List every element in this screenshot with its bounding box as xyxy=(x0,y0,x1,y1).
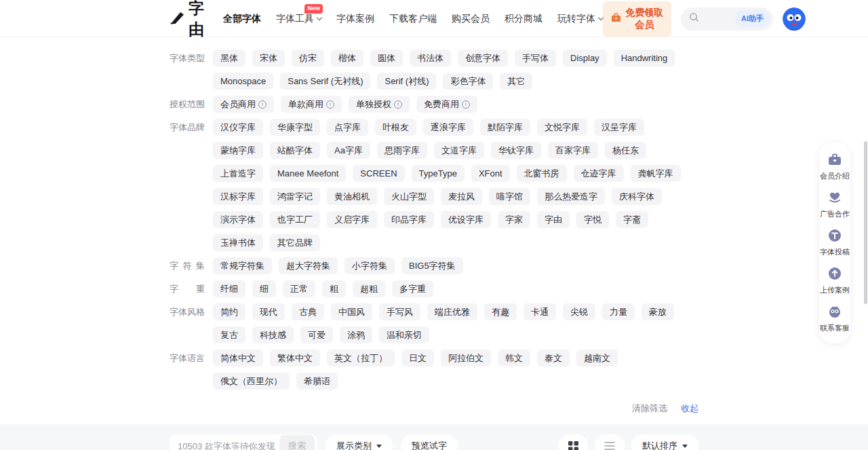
font-search-input[interactable] xyxy=(170,441,279,450)
filter-tag-点字库[interactable]: 点字库 xyxy=(327,119,368,136)
filter-tag-端庄优雅[interactable]: 端庄优雅 xyxy=(427,303,477,320)
filter-tag-义启字库[interactable]: 义启字库 xyxy=(327,211,377,228)
filter-tag-涂鸦[interactable]: 涂鸦 xyxy=(340,326,372,343)
filter-tag-越南文[interactable]: 越南文 xyxy=(576,350,618,367)
filter-tag-会员商用[interactable]: 会员商用i xyxy=(213,96,274,113)
filter-tag-汉呈字库[interactable]: 汉呈字库 xyxy=(594,119,644,136)
sort-dropdown[interactable]: 默认排序 xyxy=(631,434,698,450)
filter-tag-百家字库[interactable]: 百家字库 xyxy=(548,142,598,159)
filter-tag-也字工厂[interactable]: 也字工厂 xyxy=(270,211,320,228)
side-menu-字体投稿[interactable]: 字体投稿 xyxy=(820,227,850,257)
filter-tag-俄文（西里尔）[interactable]: 俄文（西里尔） xyxy=(213,373,290,390)
filter-tag-TypeType[interactable]: TypeType xyxy=(412,165,465,182)
filter-tag-那么热爱造字[interactable]: 那么热爱造字 xyxy=(537,188,605,205)
filter-tag-单款商用[interactable]: 单款商用i xyxy=(281,96,342,113)
filter-tag-BIG5字符集[interactable]: BIG5字符集 xyxy=(401,257,463,274)
filter-tag-Monospace[interactable]: Monospace xyxy=(213,73,273,90)
search-button[interactable]: 搜索 xyxy=(279,435,315,450)
filter-tag-简体中文[interactable]: 简体中文 xyxy=(213,350,263,367)
filter-tag-简约[interactable]: 简约 xyxy=(213,303,245,320)
filter-tag-现代[interactable]: 现代 xyxy=(252,303,285,320)
filter-tag-逐浪字库[interactable]: 逐浪字库 xyxy=(423,119,473,136)
filter-tag-中国风[interactable]: 中国风 xyxy=(331,303,372,320)
filter-tag-华钛字库[interactable]: 华钛字库 xyxy=(491,142,541,159)
nav-item-字体工具[interactable]: 字体工具New xyxy=(276,13,321,25)
filter-tag-庆科字体[interactable]: 庆科字体 xyxy=(612,188,662,205)
filter-tag-楷体[interactable]: 楷体 xyxy=(331,50,363,67)
filter-tag-小字符集[interactable]: 小字符集 xyxy=(344,257,395,274)
filter-tag-字由[interactable]: 字由 xyxy=(537,211,570,228)
filter-tag-超大字符集[interactable]: 超大字符集 xyxy=(279,257,338,274)
side-menu-会员介绍[interactable]: 会员介绍 xyxy=(820,151,850,181)
clear-filters-link[interactable]: 清除筛选 xyxy=(632,402,667,415)
nav-item-玩转字体[interactable]: 玩转字体 xyxy=(557,13,603,25)
filter-tag-有趣[interactable]: 有趣 xyxy=(484,303,517,320)
filter-tag-多字重[interactable]: 多字重 xyxy=(392,280,433,297)
filter-tag-其它品牌[interactable]: 其它品牌 xyxy=(270,234,320,251)
filter-tag-思雨字库[interactable]: 思雨字库 xyxy=(377,142,427,159)
filter-tag-仓迹字库[interactable]: 仓迹字库 xyxy=(574,165,624,182)
filter-tag-超粗[interactable]: 超粗 xyxy=(353,280,385,297)
filter-tag-创意字体[interactable]: 创意字体 xyxy=(458,50,508,67)
filter-tag-宋体[interactable]: 宋体 xyxy=(252,50,285,67)
filter-tag-正常[interactable]: 正常 xyxy=(283,280,315,297)
filter-tag-粗[interactable]: 粗 xyxy=(322,280,346,297)
filter-tag-韩文[interactable]: 韩文 xyxy=(498,350,530,367)
filter-tag-北窗书房[interactable]: 北窗书房 xyxy=(517,165,567,182)
filter-tag-黄油相机[interactable]: 黄油相机 xyxy=(327,188,377,205)
claim-vip-button[interactable]: 免费领取会员 xyxy=(603,1,671,37)
filter-tag-力量[interactable]: 力量 xyxy=(602,303,635,320)
filter-tag-SCREEN[interactable]: SCREEN xyxy=(353,165,404,182)
filter-tag-纤细[interactable]: 纤细 xyxy=(213,280,245,297)
filter-tag-玉禅书体[interactable]: 玉禅书体 xyxy=(213,234,263,251)
filter-tag-字家[interactable]: 字家 xyxy=(498,211,530,228)
nav-item-积分商城[interactable]: 积分商城 xyxy=(505,13,542,25)
filter-tag-默陌字库[interactable]: 默陌字库 xyxy=(480,119,530,136)
filter-tag-希腊语[interactable]: 希腊语 xyxy=(296,373,338,390)
filter-tag-仿宋[interactable]: 仿宋 xyxy=(292,50,324,67)
filter-tag-Manee Meefont[interactable]: Manee Meefont xyxy=(270,165,346,182)
list-view-button[interactable] xyxy=(595,434,625,450)
filter-tag-文悦字库[interactable]: 文悦字库 xyxy=(537,119,587,136)
filter-tag-细[interactable]: 细 xyxy=(252,280,276,297)
filter-tag-站酷字体[interactable]: 站酷字体 xyxy=(270,142,320,159)
header-search[interactable]: AI助手 xyxy=(681,7,773,31)
filter-tag-演示字体[interactable]: 演示字体 xyxy=(213,211,263,228)
filter-tag-喵字馆[interactable]: 喵字馆 xyxy=(489,188,530,205)
filter-tag-温和亲切[interactable]: 温和亲切 xyxy=(379,326,429,343)
filter-tag-阿拉伯文[interactable]: 阿拉伯文 xyxy=(441,350,491,367)
filter-tag-豪放[interactable]: 豪放 xyxy=(642,303,674,320)
filter-tag-Sans Serif (无衬线)[interactable]: Sans Serif (无衬线) xyxy=(280,73,370,90)
filter-tag-繁体中文[interactable]: 繁体中文 xyxy=(270,350,320,367)
filter-tag-单独授权[interactable]: 单独授权i xyxy=(349,96,410,113)
side-menu-广告合作[interactable]: 广告合作 xyxy=(820,189,850,219)
filter-tag-书法体[interactable]: 书法体 xyxy=(410,50,451,67)
filter-tag-杨任东[interactable]: 杨任东 xyxy=(605,142,646,159)
filter-tag-复古[interactable]: 复古 xyxy=(213,326,245,343)
filter-tag-其它[interactable]: 其它 xyxy=(500,73,532,90)
filter-tag-手写风[interactable]: 手写风 xyxy=(379,303,420,320)
filter-tag-古典[interactable]: 古典 xyxy=(292,303,324,320)
filter-tag-火山字型[interactable]: 火山字型 xyxy=(384,188,434,205)
filter-tag-彩色字体[interactable]: 彩色字体 xyxy=(443,73,493,90)
collapse-filters-link[interactable]: 收起 xyxy=(681,402,698,415)
filter-tag-汉标字库[interactable]: 汉标字库 xyxy=(213,188,263,205)
filter-tag-泰文[interactable]: 泰文 xyxy=(537,350,570,367)
display-category-dropdown[interactable]: 展示类别 xyxy=(326,434,393,450)
filter-tag-免费商用[interactable]: 免费商用i xyxy=(416,96,477,113)
filter-tag-Handwriting[interactable]: Handwriting xyxy=(614,50,675,67)
filter-tag-可爱[interactable]: 可爱 xyxy=(300,326,333,343)
nav-item-下载客户端[interactable]: 下载客户端 xyxy=(389,13,437,25)
filter-tag-叶根友[interactable]: 叶根友 xyxy=(375,119,416,136)
filter-tag-常规字符集[interactable]: 常规字符集 xyxy=(213,257,272,274)
filter-tag-手写体[interactable]: 手写体 xyxy=(515,50,556,67)
filter-tag-卡通[interactable]: 卡通 xyxy=(524,303,556,320)
filter-tag-优设字库[interactable]: 优设字库 xyxy=(441,211,491,228)
filter-tag-龚帆字库[interactable]: 龚帆字库 xyxy=(631,165,681,182)
filter-tag-蒙纳字库[interactable]: 蒙纳字库 xyxy=(213,142,263,159)
nav-item-字体案例[interactable]: 字体案例 xyxy=(336,13,374,25)
filter-tag-文道字库[interactable]: 文道字库 xyxy=(434,142,484,159)
side-menu-上传案例[interactable]: 上传案例 xyxy=(820,265,850,295)
filter-tag-鸿雷字记[interactable]: 鸿雷字记 xyxy=(270,188,320,205)
filter-tag-XFont[interactable]: XFont xyxy=(471,165,510,182)
